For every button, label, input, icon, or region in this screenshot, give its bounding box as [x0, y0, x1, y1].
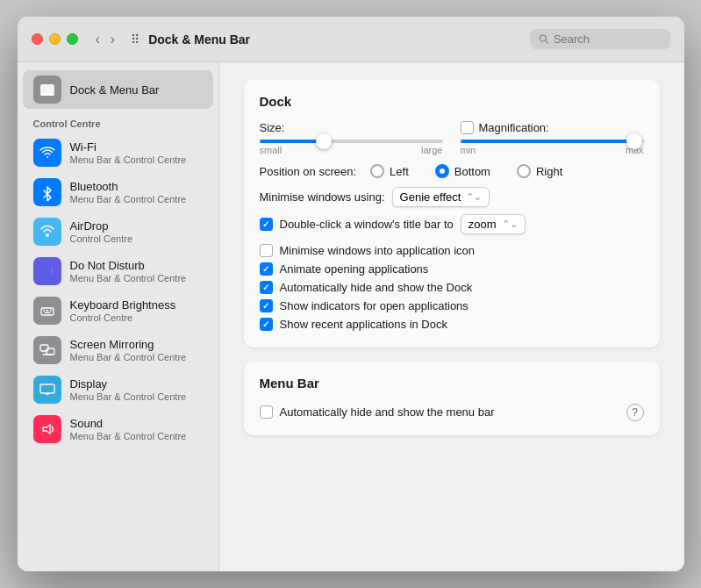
screen-mirroring-icon	[33, 336, 61, 364]
double-click-checkbox[interactable]	[260, 218, 273, 231]
magnification-slider[interactable]	[461, 140, 644, 143]
minimize-button[interactable]	[49, 33, 61, 45]
menu-bar-auto-hide-checkbox[interactable]	[260, 405, 273, 419]
sidebar: Dock & Menu Bar Control Centre Wi-Fi	[18, 62, 219, 571]
svg-rect-2	[40, 84, 54, 94]
size-slider-labels: small large	[260, 145, 443, 155]
keyboard-brightness-icon	[33, 297, 61, 325]
indicators-label: Show indicators for open applications	[280, 299, 469, 312]
svg-point-0	[540, 35, 546, 41]
minimise-icon-row[interactable]: Minimise windows into application icon	[260, 241, 644, 260]
recent-apps-label: Show recent applications in Dock	[280, 318, 448, 331]
sidebar-item-keyboard-brightness[interactable]: Keyboard Brightness Control Centre	[23, 291, 213, 330]
indicators-row[interactable]: Show indicators for open applications	[260, 297, 644, 315]
sidebar-mirror-name: Screen Mirroring	[70, 338, 187, 351]
main-content: Dock Size: small large	[219, 62, 684, 571]
position-bottom-radio[interactable]	[435, 164, 449, 178]
sidebar-item-bluetooth[interactable]: Bluetooth Menu Bar & Control Centre	[23, 173, 213, 212]
svg-rect-3	[40, 93, 54, 96]
sidebar-item-airdrop[interactable]: AirDrop Control Centre	[23, 212, 213, 251]
mag-min-label: min	[461, 145, 476, 155]
position-left-label: Left	[390, 165, 409, 178]
menu-bar-auto-hide[interactable]: Automatically hide and show the menu bar	[260, 403, 495, 421]
airdrop-icon	[33, 218, 61, 246]
sidebar-bluetooth-text: Bluetooth Menu Bar & Control Centre	[70, 180, 187, 204]
search-input[interactable]	[554, 32, 662, 46]
traffic-lights	[32, 33, 78, 45]
sidebar-airdrop-text: AirDrop Control Centre	[70, 219, 133, 244]
sidebar-kb-sub: Control Centre	[70, 312, 176, 323]
double-click-dropdown[interactable]: zoom ⌃⌄	[461, 214, 526, 234]
size-magnification-row: Size: small large	[260, 121, 644, 155]
sidebar-item-screen-mirroring[interactable]: Screen Mirroring Menu Bar & Control Cent…	[23, 331, 213, 369]
sidebar-item-display[interactable]: Display Menu Bar & Control Centre	[23, 370, 213, 409]
magnification-label: Magnification:	[479, 121, 549, 134]
sidebar-bluetooth-sub: Menu Bar & Control Centre	[70, 194, 187, 204]
recent-apps-row[interactable]: Show recent applications in Dock	[260, 315, 644, 333]
minimise-dropdown-arrow: ⌃⌄	[466, 191, 482, 203]
svg-line-1	[545, 41, 547, 44]
position-right[interactable]: Right	[517, 164, 562, 178]
sidebar-display-name: Display	[70, 377, 187, 391]
menu-bar-card: Menu Bar Automatically hide and show the…	[244, 362, 660, 435]
double-click-label: Double-click a window's title bar to	[280, 218, 454, 231]
position-bottom[interactable]: Bottom	[435, 164, 490, 178]
menu-bar-section-title: Menu Bar	[260, 376, 644, 391]
sidebar-item-dock-menu-bar[interactable]: Dock & Menu Bar	[23, 70, 213, 109]
minimise-row: Minimise windows using: Genie effect ⌃⌄	[260, 187, 644, 207]
size-slider-thumb[interactable]	[316, 133, 332, 149]
sidebar-item-sound[interactable]: Sound Menu Bar & Control Centre	[23, 410, 213, 448]
sound-icon	[33, 415, 61, 443]
animate-checkbox[interactable]	[260, 262, 273, 276]
menu-bar-auto-hide-label: Automatically hide and show the menu bar	[280, 405, 495, 419]
minimise-label: Minimise windows using:	[260, 190, 385, 204]
back-button[interactable]: ‹	[92, 30, 104, 49]
size-small-label: small	[260, 145, 283, 155]
bluetooth-icon	[33, 178, 61, 206]
sidebar-wifi-sub: Menu Bar & Control Centre	[70, 154, 187, 165]
grid-icon[interactable]: ⠿	[131, 32, 139, 47]
svg-rect-5	[41, 308, 54, 315]
magnification-checkbox[interactable]	[461, 121, 474, 134]
sidebar-mirror-sub: Menu Bar & Control Centre	[70, 352, 187, 362]
maximize-button[interactable]	[67, 33, 78, 45]
sidebar-item-dnd[interactable]: Do Not Disturb Menu Bar & Control Centre	[23, 252, 213, 290]
dock-icon	[33, 75, 61, 104]
position-bottom-label: Bottom	[454, 165, 490, 178]
search-bar[interactable]	[530, 29, 670, 49]
svg-rect-6	[43, 310, 45, 312]
sidebar-bluetooth-name: Bluetooth	[70, 180, 187, 193]
position-left-radio[interactable]	[370, 164, 384, 178]
position-right-radio[interactable]	[517, 164, 531, 178]
animate-label: Animate opening applications	[280, 262, 429, 276]
recent-apps-checkbox[interactable]	[260, 318, 273, 331]
indicators-checkbox[interactable]	[260, 299, 273, 312]
sidebar-sound-sub: Menu Bar & Control Centre	[70, 431, 187, 441]
auto-hide-dock-row[interactable]: Automatically hide and show the Dock	[260, 278, 644, 297]
sidebar-sound-text: Sound Menu Bar & Control Centre	[70, 417, 187, 441]
position-left[interactable]: Left	[370, 164, 409, 178]
minimise-dropdown[interactable]: Genie effect ⌃⌄	[392, 187, 490, 207]
svg-rect-8	[50, 310, 52, 312]
animate-row[interactable]: Animate opening applications	[260, 260, 644, 278]
mag-slider-thumb[interactable]	[626, 133, 642, 149]
sidebar-dnd-name: Do Not Disturb	[70, 259, 187, 272]
wifi-icon	[33, 139, 61, 167]
sidebar-kb-name: Keyboard Brightness	[70, 298, 176, 312]
size-label: Size:	[260, 121, 285, 134]
control-centre-label: Control Centre	[18, 110, 218, 133]
menu-bar-auto-hide-row: Automatically hide and show the menu bar…	[260, 403, 644, 421]
minimise-effect-label: Genie effect	[400, 190, 461, 204]
sidebar-item-wifi[interactable]: Wi-Fi Menu Bar & Control Centre	[23, 133, 213, 172]
auto-hide-dock-checkbox[interactable]	[260, 281, 273, 294]
minimise-icon-checkbox[interactable]	[260, 244, 273, 257]
size-slider[interactable]	[260, 140, 443, 143]
double-click-action-label: zoom	[469, 218, 497, 231]
sidebar-display-sub: Menu Bar & Control Centre	[70, 391, 187, 402]
close-button[interactable]	[32, 33, 43, 45]
forward-button[interactable]: ›	[107, 30, 118, 49]
dock-section-title: Dock	[260, 94, 644, 109]
mag-slider-labels: min max	[461, 145, 644, 155]
position-label: Position on screen:	[260, 165, 357, 178]
help-button[interactable]: ?	[626, 404, 644, 421]
